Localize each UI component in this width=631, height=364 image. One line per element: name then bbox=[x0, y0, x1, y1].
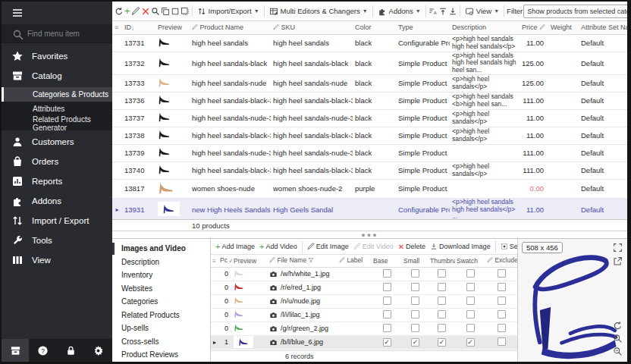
sidebar-item-attributes[interactable]: Attributes bbox=[2, 102, 112, 116]
column-header-product-name[interactable]: Product Name bbox=[190, 21, 271, 34]
zoom-in-button[interactable] bbox=[613, 334, 623, 344]
product-row-13739[interactable]: 13739high heel sandals-nude-37high heel … bbox=[112, 144, 627, 162]
tab-related-products[interactable]: Related Products bbox=[112, 309, 210, 322]
column-header-color[interactable]: Color bbox=[353, 21, 396, 34]
swatch-checkbox[interactable] bbox=[466, 310, 475, 318]
tab-images-and-video[interactable]: Images and Video bbox=[112, 242, 210, 256]
base-checkbox[interactable] bbox=[383, 269, 391, 278]
refresh-button[interactable] bbox=[115, 4, 124, 19]
tab-description[interactable]: Description bbox=[112, 256, 210, 269]
row-expander[interactable] bbox=[112, 162, 122, 179]
row-expander[interactable] bbox=[211, 294, 218, 308]
base-checkbox[interactable] bbox=[383, 283, 391, 291]
product-row-13731[interactable]: 13731high heel sandalshigh heel sandalsb… bbox=[112, 34, 627, 52]
filter-dropdown[interactable]: Show products from selected categories ▼ bbox=[523, 5, 627, 18]
paste-special-button[interactable] bbox=[181, 4, 190, 19]
base-checkbox[interactable] bbox=[383, 324, 391, 332]
product-row-13733[interactable]: 13733high heel sandals-nudehigh heel san… bbox=[112, 74, 627, 92]
sidebar-item-import-export[interactable]: Import / Export bbox=[2, 211, 112, 231]
row-expander[interactable] bbox=[112, 34, 122, 52]
sort-az-button[interactable]: A bbox=[429, 4, 438, 19]
hamburger-button[interactable] bbox=[2, 2, 112, 24]
sidebar-item-catalog[interactable]: Catalog bbox=[2, 66, 112, 86]
sidebar-item-addons[interactable]: Addons bbox=[2, 191, 112, 211]
download-image-button[interactable]: Download Image bbox=[429, 239, 492, 254]
swatch-checkbox[interactable] bbox=[466, 283, 475, 291]
column-header-sku[interactable]: SKU bbox=[271, 21, 353, 34]
swatch-checkbox[interactable] bbox=[466, 297, 475, 305]
edit-image-button[interactable]: Edit Image bbox=[306, 239, 350, 254]
column-header-price[interactable]: Price bbox=[520, 21, 548, 34]
row-expander[interactable] bbox=[211, 267, 218, 281]
copy-button[interactable] bbox=[161, 4, 170, 19]
product-row-13740[interactable]: 13740high heel sandals-black-38high heel… bbox=[112, 162, 627, 179]
column-header-type[interactable]: Type bbox=[396, 21, 450, 34]
multi-editors-menu[interactable]: Multi Editors & Changers▼ bbox=[267, 4, 370, 19]
image-row-l-i-lilac-1-jpg[interactable]: 0/l/i/lilac_1.jpg bbox=[211, 308, 517, 322]
product-row-13931[interactable]: ▸13931new High Heels SandalsHigh Geels S… bbox=[112, 198, 627, 220]
column-header-thumbna[interactable]: Thumbna bbox=[429, 255, 455, 267]
row-expander[interactable] bbox=[112, 74, 122, 92]
move-bottom-button[interactable] bbox=[448, 4, 457, 19]
sidebar-item-favorites[interactable]: Favorites bbox=[2, 46, 112, 66]
product-row-13817[interactable]: 13817women shoes-nudewomen shoes-nude-2p… bbox=[112, 179, 627, 198]
addons-menu[interactable]: Addons▼ bbox=[375, 4, 423, 19]
exclude-checkbox[interactable] bbox=[498, 324, 506, 332]
column-header-id[interactable]: ID ↓ bbox=[122, 21, 155, 34]
edit-product-button[interactable] bbox=[131, 4, 140, 19]
small-checkbox[interactable] bbox=[411, 269, 419, 278]
base-checkbox[interactable] bbox=[383, 297, 391, 305]
row-expander[interactable] bbox=[112, 127, 122, 144]
select-button[interactable] bbox=[171, 4, 180, 19]
thumbnail-checkbox[interactable]: ✓ bbox=[438, 338, 446, 347]
row-expander[interactable] bbox=[112, 144, 122, 162]
delete-image-button[interactable]: ✕ Delete bbox=[397, 239, 427, 254]
column-header-preview[interactable]: Preview bbox=[232, 255, 268, 267]
thumbnail-checkbox[interactable] bbox=[438, 310, 446, 318]
row-expander[interactable] bbox=[112, 179, 122, 198]
row-expander[interactable] bbox=[211, 308, 218, 322]
thumbnail-checkbox[interactable] bbox=[438, 283, 446, 291]
image-row-n-u-nude-jpg[interactable]: 0/n/u/nude.jpg bbox=[211, 294, 517, 308]
row-expander[interactable]: ▸ bbox=[112, 198, 122, 220]
row-expander[interactable] bbox=[112, 52, 122, 74]
row-expander[interactable] bbox=[211, 281, 218, 294]
exclude-checkbox[interactable] bbox=[498, 283, 506, 291]
column-header-exclude[interactable]: Exclude bbox=[485, 255, 517, 267]
thumbnail-checkbox[interactable] bbox=[438, 324, 446, 332]
tab-websites[interactable]: Websites bbox=[112, 282, 210, 296]
tab-cross-sells[interactable]: Cross-sells bbox=[112, 335, 210, 349]
column-header-file-name[interactable]: File Name bbox=[268, 255, 337, 267]
sidebar-item-tools[interactable]: Tools bbox=[2, 231, 112, 250]
thumbnail-checkbox[interactable] bbox=[438, 297, 446, 305]
add-product-button[interactable]: + bbox=[124, 4, 130, 19]
help-button[interactable]: ? bbox=[30, 339, 57, 362]
row-expander[interactable] bbox=[112, 92, 122, 109]
sidebar-item-categories-products[interactable]: Categories & Products bbox=[2, 87, 112, 102]
image-row-g-r-green-2-jpg[interactable]: 0/g/r/green_2.jpg bbox=[211, 322, 517, 335]
exclude-checkbox[interactable] bbox=[498, 269, 506, 278]
rotate-button[interactable] bbox=[613, 321, 623, 331]
import-export-menu[interactable]: Import/Export▼ bbox=[195, 4, 262, 19]
small-checkbox[interactable]: ✓ bbox=[411, 338, 419, 347]
image-row-w-h-white-1-jpg[interactable]: 0/w/h/white_1.jpg bbox=[211, 267, 517, 281]
swatch-checkbox[interactable]: ✓ bbox=[466, 338, 475, 347]
small-checkbox[interactable] bbox=[411, 297, 419, 305]
small-checkbox[interactable] bbox=[411, 310, 419, 318]
column-header-swatch[interactable]: Swatch bbox=[455, 255, 485, 267]
exclude-checkbox[interactable] bbox=[498, 297, 506, 305]
settings-button[interactable] bbox=[85, 339, 112, 362]
row-expander[interactable] bbox=[112, 109, 122, 127]
column-header-description[interactable]: Description bbox=[450, 21, 520, 34]
column-header-base[interactable]: Base bbox=[372, 255, 402, 267]
column-header-label[interactable]: Label bbox=[337, 255, 372, 267]
small-checkbox[interactable] bbox=[411, 324, 419, 332]
add-video-button[interactable]: + Add Video bbox=[258, 239, 299, 254]
column-header-attribute-set-name[interactable]: Attribute Set Name bbox=[579, 21, 627, 34]
base-checkbox[interactable]: ✓ bbox=[383, 338, 391, 347]
product-row-13738[interactable]: 13738high heel sandals-black-37high heel… bbox=[112, 127, 627, 144]
column-header-pc[interactable]: Pc bbox=[218, 255, 232, 267]
product-row-13732[interactable]: 13732high heel sandals-blackhigh heel sa… bbox=[112, 52, 627, 74]
image-row-r-e-red-1-jpg[interactable]: 0/r/e/red_1.jpg bbox=[211, 281, 517, 294]
tab-categories[interactable]: Categories bbox=[112, 295, 210, 309]
